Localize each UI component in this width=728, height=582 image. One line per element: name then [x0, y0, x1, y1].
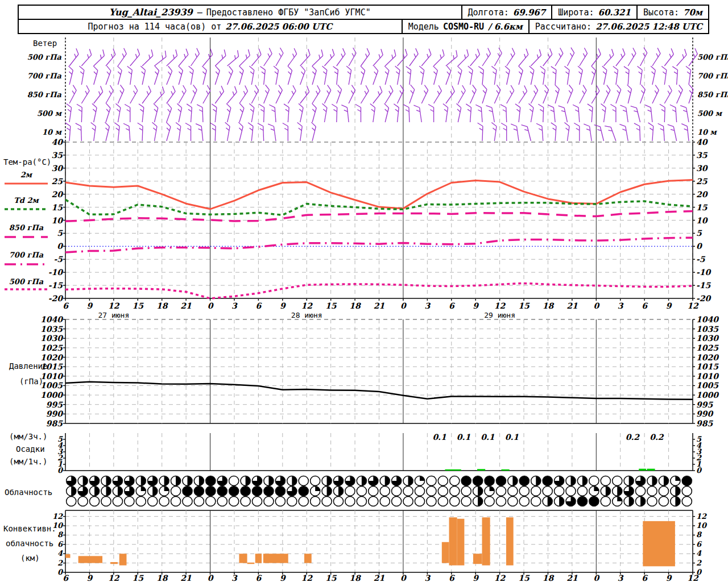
svg-text:0: 0	[400, 301, 407, 310]
svg-text:2: 2	[57, 559, 63, 567]
cloud-row-0	[67, 476, 692, 485]
svg-text:1020: 1020	[40, 353, 63, 362]
convective-bar	[119, 554, 127, 565]
svg-text:12: 12	[696, 512, 707, 521]
precip-bar	[647, 469, 655, 471]
svg-text:21: 21	[374, 573, 385, 582]
svg-text:5: 5	[57, 435, 63, 443]
svg-text:-15: -15	[48, 281, 64, 290]
svg-text:10: 10	[52, 521, 64, 530]
svg-text:1035: 1035	[40, 325, 63, 334]
convective-bar	[473, 554, 482, 564]
svg-text:0: 0	[208, 573, 214, 582]
svg-text:35: 35	[696, 151, 708, 160]
svg-text:12: 12	[687, 301, 699, 310]
svg-text:21: 21	[566, 573, 578, 582]
svg-text:6: 6	[256, 301, 262, 310]
svg-text:0.1: 0.1	[457, 433, 471, 442]
convective-bar	[304, 554, 312, 563]
svg-text:12: 12	[301, 301, 313, 310]
svg-text:6: 6	[63, 573, 69, 582]
precipitation-panel: 0011223344550.10.10.10.10.20.2	[57, 433, 702, 475]
wind-barb-row-3	[67, 103, 689, 122]
convective-bar	[643, 521, 675, 566]
temperature-panel: -20-20-15-15-10-10-5-5005510101515202025…	[5, 138, 712, 319]
svg-text:21: 21	[566, 301, 578, 310]
convective-bar	[247, 563, 255, 564]
svg-text:10 м: 10 м	[697, 128, 718, 136]
svg-text:500 м: 500 м	[37, 109, 63, 118]
svg-text:3: 3	[231, 301, 238, 310]
svg-text:0.1: 0.1	[481, 433, 495, 442]
svg-text:-20: -20	[48, 294, 64, 303]
wind-barb-row-4	[65, 122, 689, 141]
svg-text:18: 18	[156, 301, 168, 310]
svg-text:4: 4	[57, 549, 63, 558]
svg-text:0: 0	[208, 301, 214, 310]
svg-text:28 июня: 28 июня	[291, 311, 322, 319]
convective-bar	[110, 562, 118, 564]
svg-text:1030: 1030	[40, 334, 63, 343]
meteogram-chart: 500 гПа500 гПа700 гПа700 гПа850 гПа850 г…	[0, 0, 728, 582]
svg-text:12: 12	[108, 301, 120, 310]
svg-text:5: 5	[696, 228, 702, 238]
svg-text:6: 6	[63, 301, 69, 310]
svg-text:6: 6	[642, 301, 648, 310]
svg-text:12: 12	[52, 512, 63, 521]
svg-text:500 гПа: 500 гПа	[9, 277, 44, 286]
svg-text:1040: 1040	[696, 315, 719, 324]
svg-text:9: 9	[87, 301, 93, 310]
svg-text:9: 9	[473, 573, 479, 582]
svg-text:-5: -5	[53, 255, 63, 264]
precip-bar	[501, 469, 509, 471]
svg-text:1030: 1030	[696, 334, 719, 343]
svg-text:850 гПа: 850 гПа	[697, 90, 728, 99]
svg-text:30: 30	[52, 164, 64, 173]
svg-text:8: 8	[696, 530, 702, 539]
cloudiness-panel	[67, 476, 692, 506]
convective-bar	[263, 554, 288, 563]
svg-text:5: 5	[696, 435, 702, 443]
svg-text:990: 990	[696, 409, 713, 418]
svg-text:10: 10	[696, 521, 708, 530]
svg-text:3: 3	[618, 301, 624, 310]
svg-text:18: 18	[543, 573, 555, 582]
svg-text:15: 15	[133, 301, 144, 310]
svg-text:1015: 1015	[40, 362, 63, 371]
svg-text:-20: -20	[696, 294, 712, 303]
convective-bar	[442, 542, 449, 563]
svg-text:6: 6	[256, 573, 262, 582]
svg-text:9: 9	[473, 301, 479, 310]
svg-text:Td 2м: Td 2м	[14, 196, 39, 205]
svg-text:0: 0	[57, 242, 63, 251]
svg-text:1025: 1025	[40, 343, 63, 352]
svg-text:6: 6	[642, 573, 648, 582]
svg-text:0: 0	[593, 573, 599, 582]
svg-text:1005: 1005	[40, 381, 63, 390]
convective-bar	[65, 554, 70, 558]
temperature-legend: 2мTd 2м850 гПа700 гПа500 гПа	[5, 171, 48, 289]
convective-panel: 0022446688101012126912151821036912151821…	[52, 510, 708, 582]
svg-text:5: 5	[57, 228, 63, 238]
svg-text:12: 12	[687, 573, 699, 582]
svg-text:15: 15	[518, 301, 530, 310]
svg-text:1035: 1035	[696, 325, 719, 334]
svg-text:1040: 1040	[40, 315, 63, 324]
svg-text:40: 40	[696, 138, 708, 147]
svg-text:0.1: 0.1	[505, 433, 519, 442]
svg-text:0.2: 0.2	[626, 433, 640, 442]
convective-bar	[78, 556, 102, 563]
wind-barb-row-2	[69, 85, 693, 103]
svg-text:30: 30	[696, 164, 708, 173]
svg-text:15: 15	[52, 203, 64, 212]
svg-text:1010: 1010	[40, 372, 63, 381]
convective-bar	[482, 517, 490, 565]
svg-text:500 гПа: 500 гПа	[27, 53, 62, 61]
cloud-row-1	[67, 486, 692, 496]
svg-text:6: 6	[449, 301, 455, 310]
svg-text:995: 995	[46, 400, 63, 409]
svg-text:850 гПа: 850 гПа	[27, 90, 62, 99]
svg-text:3: 3	[618, 573, 624, 582]
wind-barb-row-0	[69, 48, 697, 66]
svg-text:18: 18	[349, 573, 361, 582]
